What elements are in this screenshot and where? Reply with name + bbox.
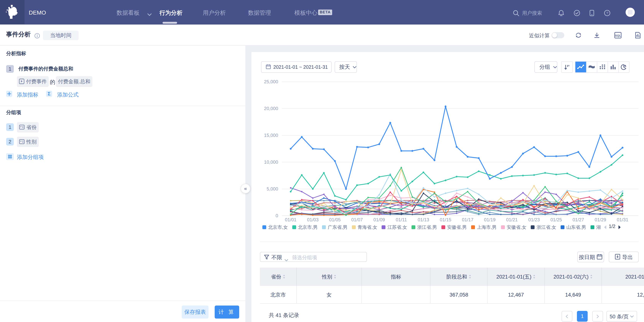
svg-text:01/19: 01/19 — [484, 217, 496, 222]
svg-text:15,000: 15,000 — [264, 133, 278, 138]
svg-text:01/07: 01/07 — [351, 217, 363, 222]
svg-text:0: 0 — [276, 213, 278, 218]
svg-text:SQL: SQL — [615, 34, 621, 37]
svg-text:5,000: 5,000 — [266, 186, 278, 191]
svg-text:?: ? — [606, 11, 608, 15]
svg-text:01/13: 01/13 — [418, 217, 429, 222]
svg-text:01/09: 01/09 — [373, 217, 385, 222]
svg-text:01/01: 01/01 — [285, 217, 296, 222]
svg-text:01/15: 01/15 — [440, 217, 452, 222]
svg-text:01/03: 01/03 — [307, 217, 318, 222]
svg-text:01/11: 01/11 — [396, 217, 407, 222]
svg-text:25,000: 25,000 — [264, 79, 278, 84]
svg-text:01/29: 01/29 — [595, 217, 606, 222]
svg-text:01/25: 01/25 — [550, 217, 562, 222]
svg-text:01/17: 01/17 — [462, 217, 474, 222]
svg-text:01/21: 01/21 — [506, 217, 518, 222]
svg-text:01/27: 01/27 — [572, 217, 584, 222]
svg-text:10,000: 10,000 — [264, 160, 278, 165]
svg-text:01/31: 01/31 — [617, 217, 628, 222]
svg-text:01/05: 01/05 — [329, 217, 340, 222]
svg-text:01/23: 01/23 — [528, 217, 540, 222]
svg-text:20,000: 20,000 — [264, 106, 278, 111]
